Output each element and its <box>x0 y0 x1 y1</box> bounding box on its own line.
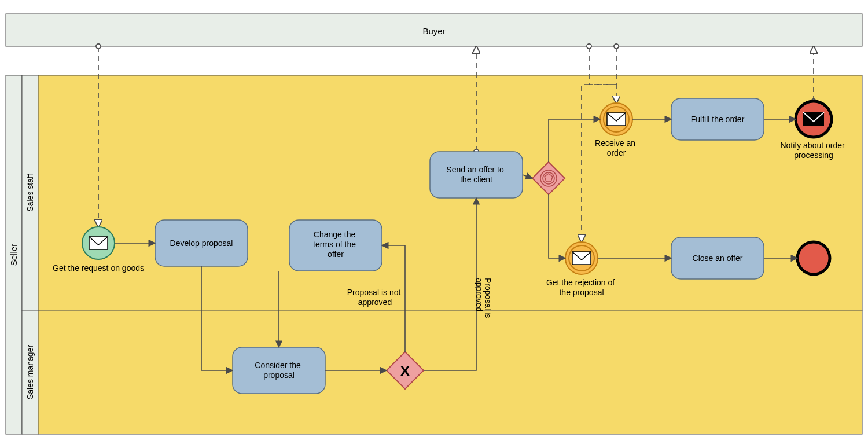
task-fulfill-order-label: Fulfill the order <box>691 115 745 124</box>
pool-buyer-label: Buyer <box>422 26 445 36</box>
envelope-icon <box>89 237 108 249</box>
lane-sales-manager-label: Sales manager <box>25 345 35 400</box>
svg-point-35 <box>797 242 830 274</box>
envelope-icon <box>572 252 591 265</box>
start-event-label: Get the request on goods <box>53 263 144 273</box>
task-develop-proposal: Develop proposal <box>155 220 248 266</box>
envelope-icon <box>607 113 626 126</box>
task-close-offer-label: Close an offer <box>693 254 743 263</box>
task-close-offer: Close an offer <box>671 237 764 279</box>
task-fulfill-order: Fulfill the order <box>671 98 764 140</box>
pool-seller-label: Seller <box>9 244 19 266</box>
lane-sales-manager: Sales manager <box>22 310 862 434</box>
end-event <box>797 242 830 274</box>
pool-buyer: Buyer <box>6 14 862 46</box>
task-develop-proposal-label: Develop proposal <box>170 238 233 248</box>
envelope-icon <box>803 112 824 126</box>
lane-sales-staff-label: Sales staff <box>25 174 35 211</box>
svg-rect-6 <box>38 310 862 434</box>
svg-text:X: X <box>400 362 410 380</box>
